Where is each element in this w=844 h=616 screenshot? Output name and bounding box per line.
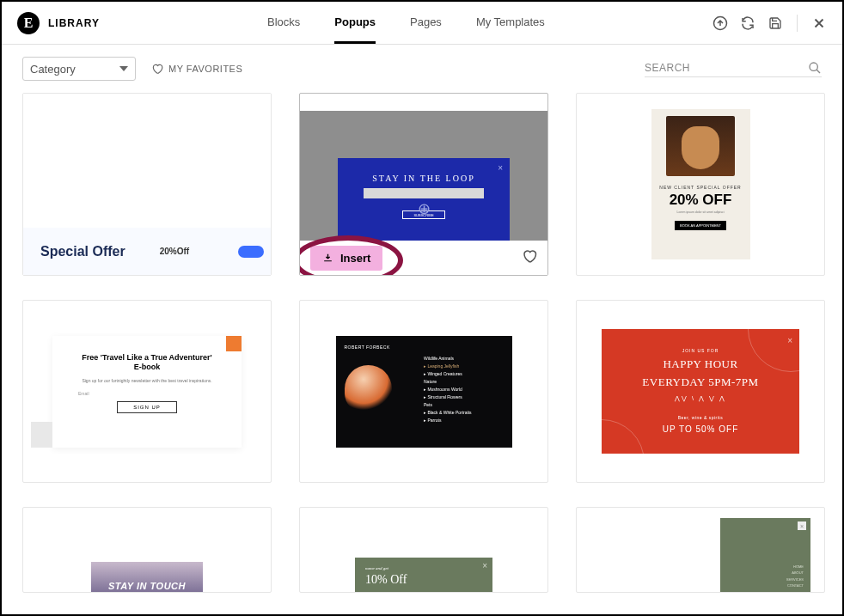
heart-outline-icon (522, 248, 537, 264)
preview-item: ▸ Black & White Portraits (424, 409, 504, 417)
preview-kicker: name and get (365, 566, 482, 570)
preview-label: Email (78, 391, 89, 396)
toolbar: Category MY FAVORITES (2, 45, 842, 93)
template-card[interactable]: × JOIN US FOR HAPPY HOUR EVERYDAY 5PM-7P… (576, 300, 825, 483)
preview-item: ▸ Mushrooms World (424, 386, 504, 393)
tab-blocks[interactable]: Blocks (267, 2, 300, 44)
preview-image-icon (666, 116, 735, 176)
close-icon[interactable] (811, 15, 827, 31)
preview-item: ▸ Parrots (424, 417, 504, 424)
nav-tabs: Blocks Popups Pages My Templates (100, 2, 713, 44)
preview-item: HOME (786, 564, 804, 570)
tab-pages[interactable]: Pages (410, 2, 442, 44)
template-preview: ROBERT FORBECK Wildlife Animals ▸ Leapin… (300, 301, 547, 482)
header-actions (713, 15, 827, 32)
preview-item: ▸ Leaping Jellyfish (424, 363, 504, 370)
template-card[interactable]: × name and get 10% Off (299, 507, 548, 593)
favorite-button[interactable] (522, 248, 537, 267)
template-card[interactable]: Free 'Travel Like a True Adventurer' E-b… (22, 300, 272, 483)
preview-item: SERVICES (786, 576, 804, 582)
template-card[interactable]: Special Offer 20%Off (22, 93, 272, 276)
template-preview: × HOME ABOUT SERVICES CONTACT (577, 508, 824, 592)
preview-title: Special Offer (40, 244, 125, 259)
preview-title: 20% OFF (670, 192, 732, 209)
preview-title: Free 'Travel Like a True Adventurer' E-b… (78, 353, 216, 373)
close-icon: × (482, 561, 487, 570)
template-card[interactable]: STAY IN TOUCH (22, 507, 272, 593)
close-icon: × (498, 163, 503, 173)
preview-line1: HAPPY HOUR (663, 357, 737, 371)
preview-discount: 20%Off (160, 247, 189, 256)
preview-input-icon (364, 188, 484, 198)
preview-menu: HOME ABOUT SERVICES CONTACT (786, 564, 804, 589)
preview-line2: EVERYDAY 5PM-7PM (642, 375, 758, 389)
card-footer: Insert (300, 241, 547, 275)
zoom-icon: ⊕ (418, 199, 431, 218)
caret-down-icon (119, 66, 128, 71)
preview-title: STAY IN TOUCH (91, 562, 203, 593)
preview-sub: Sign up for our fortnightly newsletter w… (82, 378, 211, 384)
favorites-label: MY FAVORITES (168, 64, 242, 74)
search-input[interactable] (645, 62, 808, 74)
search-wrap (645, 61, 822, 77)
template-preview: × name and get 10% Off (300, 508, 547, 592)
tab-my-templates[interactable]: My Templates (476, 2, 545, 44)
logo: E LIBRARY (17, 12, 100, 34)
preview-kicker: JOIN US FOR (682, 348, 719, 353)
insert-button[interactable]: Insert (310, 246, 382, 271)
preview-item: ▸ Structural Flowers (424, 393, 504, 401)
save-icon[interactable] (768, 15, 783, 31)
template-preview: STAY IN TOUCH (23, 508, 271, 592)
preview-item: ABOUT (786, 570, 804, 576)
preview-menu: Wildlife Animals ▸ Leaping Jellyfish ▸ W… (424, 345, 504, 439)
heart-outline-icon (151, 63, 163, 75)
preview-button-icon (238, 246, 264, 258)
library-header: E LIBRARY Blocks Popups Pages My Templat… (2, 2, 842, 45)
upload-icon[interactable] (713, 15, 728, 31)
template-preview: NEW CLIENT SPECIAL OFFER 20% OFF Lorem i… (577, 94, 824, 275)
close-icon: × (798, 521, 806, 530)
template-card[interactable]: × HOME ABOUT SERVICES CONTACT (576, 507, 825, 593)
preview-button: SIGN UP (117, 401, 177, 413)
preview-sub: Beer, wine & spirits (678, 415, 724, 420)
sync-icon[interactable] (740, 15, 755, 31)
search-icon[interactable] (808, 61, 822, 75)
preview-item: Nature (424, 378, 504, 386)
svg-point-1 (810, 63, 817, 70)
preview-kicker: NEW CLIENT SPECIAL OFFER (659, 185, 741, 190)
divider (797, 15, 798, 32)
insert-label: Insert (340, 252, 370, 265)
preview-image-icon (345, 365, 392, 412)
category-dropdown[interactable]: Category (22, 57, 136, 81)
preview-title: STAY IN THE LOOP (372, 174, 474, 183)
template-preview: Special Offer 20%Off (23, 94, 271, 275)
template-preview: × JOIN US FOR HAPPY HOUR EVERYDAY 5PM-7P… (577, 301, 824, 482)
template-grid: Special Offer 20%Off × STAY IN THE LOOP … (2, 93, 842, 593)
library-title: LIBRARY (48, 17, 100, 29)
elementor-logo-icon: E (17, 12, 40, 34)
preview-title: 10% Off (365, 573, 482, 587)
close-icon (226, 336, 242, 351)
preview-symbols: ⋀⋁ \ ⋀ ⋁ ⋀ (675, 395, 726, 402)
download-icon (322, 253, 333, 264)
decoration-icon (748, 300, 825, 372)
preview-sub: Lorem ipsum dolor sit amet adipisci (677, 210, 725, 214)
template-card[interactable]: ROBERT FORBECK Wildlife Animals ▸ Leapin… (299, 300, 548, 483)
preview-brand: ROBERT FORBECK (345, 345, 425, 350)
decoration-icon (576, 419, 645, 483)
preview-item: CONTACT (786, 582, 804, 589)
preview-side-icon (31, 422, 52, 448)
category-label: Category (30, 63, 76, 76)
preview-button: BOOK AN APPOINTMENT (675, 221, 726, 230)
preview-item: ▸ Winged Creatures (424, 370, 504, 378)
template-card[interactable]: × STAY IN THE LOOP ⊕ SUBSCRIBE Insert (299, 93, 548, 276)
template-preview: Free 'Travel Like a True Adventurer' E-b… (23, 301, 271, 482)
preview-item: Wildlife Animals (424, 355, 504, 363)
template-card[interactable]: NEW CLIENT SPECIAL OFFER 20% OFF Lorem i… (576, 93, 825, 276)
preview-item: Pets (424, 401, 504, 409)
tab-popups[interactable]: Popups (334, 2, 376, 44)
my-favorites-filter[interactable]: MY FAVORITES (151, 63, 242, 75)
preview-off: UP TO 50% OFF (663, 424, 739, 434)
